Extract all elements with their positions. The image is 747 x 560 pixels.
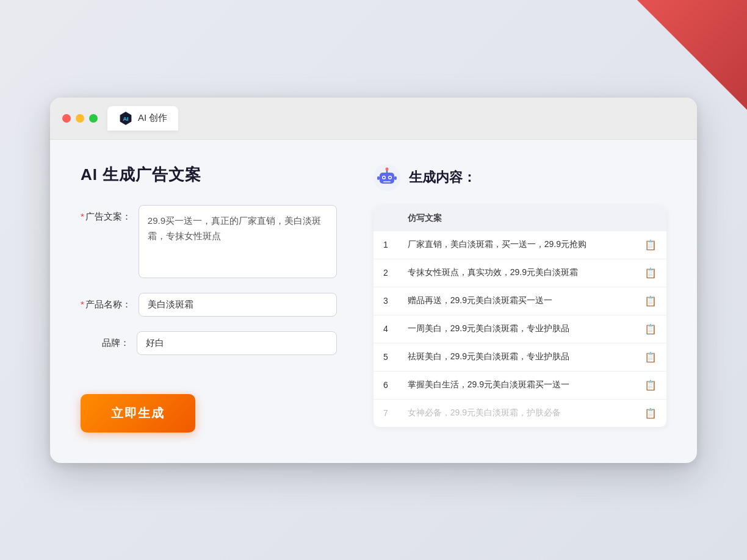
- copy-cell: 📋: [635, 371, 666, 399]
- right-header-title: 生成内容：: [409, 168, 476, 187]
- row-text: 女神必备，29.9元美白淡斑霜，护肤必备: [398, 399, 635, 427]
- copy-cell: 📋: [635, 259, 666, 287]
- table-row: 4一周美白，29.9元美白淡斑霜，专业护肤品📋: [374, 315, 666, 343]
- row-text: 掌握美白生活，29.9元美白淡斑霜买一送一: [398, 371, 635, 399]
- copy-cell: 📋: [635, 343, 666, 371]
- close-button[interactable]: [62, 114, 71, 123]
- table-row: 5祛斑美白，29.9元美白淡斑霜，专业护肤品📋: [374, 343, 666, 371]
- table-header-row: 仿写文案: [374, 206, 666, 231]
- row-number: 1: [374, 231, 398, 259]
- browser-window: AI AI 创作 AI 生成广告文案 *广告文案： 29.9买一送一，真正的厂家…: [50, 98, 697, 463]
- brand-row: 品牌：: [81, 331, 337, 355]
- right-header: 生成内容：: [374, 164, 666, 191]
- ad-copy-textarea[interactable]: 29.9买一送一，真正的厂家直销，美白淡斑霜，专抹女性斑点: [139, 205, 337, 278]
- table-row: 3赠品再送，29.9元美白淡斑霜买一送一📋: [374, 287, 666, 315]
- copy-button[interactable]: 📋: [644, 351, 657, 363]
- row-number: 6: [374, 371, 398, 399]
- ai-tab[interactable]: AI AI 创作: [107, 106, 178, 131]
- row-text: 厂家直销，美白淡斑霜，买一送一，29.9元抢购: [398, 231, 635, 259]
- svg-rect-12: [394, 176, 397, 180]
- col-copy: 仿写文案: [398, 206, 635, 231]
- right-panel: 生成内容： 仿写文案 1厂家直销，美白淡斑霜，买一送一，29.9元抢购📋2专抹女…: [374, 164, 666, 433]
- page-title: AI 生成广告文案: [81, 164, 337, 185]
- required-star-product: *: [81, 299, 84, 309]
- row-number: 7: [374, 399, 398, 427]
- brand-label: 品牌：: [81, 331, 129, 349]
- row-number: 4: [374, 315, 398, 343]
- ai-tab-icon: AI: [118, 111, 133, 126]
- row-text: 一周美白，29.9元美白淡斑霜，专业护肤品: [398, 315, 635, 343]
- brand-input[interactable]: [137, 331, 337, 355]
- maximize-button[interactable]: [89, 114, 98, 123]
- product-name-row: *产品名称：: [81, 293, 337, 317]
- svg-point-6: [383, 176, 385, 178]
- table-row: 6掌握美白生活，29.9元美白淡斑霜买一送一📋: [374, 371, 666, 399]
- copy-button[interactable]: 📋: [644, 267, 657, 279]
- row-number: 5: [374, 343, 398, 371]
- svg-text:AI: AI: [123, 115, 129, 121]
- product-name-input[interactable]: [139, 293, 337, 317]
- svg-rect-11: [377, 176, 380, 180]
- table-row: 1厂家直销，美白淡斑霜，买一送一，29.9元抢购📋: [374, 231, 666, 259]
- copy-button[interactable]: 📋: [644, 407, 657, 419]
- svg-point-7: [389, 176, 391, 178]
- col-num: [374, 206, 398, 231]
- svg-rect-8: [383, 181, 391, 182]
- row-text: 专抹女性斑点，真实功效，29.9元美白淡斑霜: [398, 259, 635, 287]
- row-text: 祛斑美白，29.9元美白淡斑霜，专业护肤品: [398, 343, 635, 371]
- ad-copy-row: *广告文案： 29.9买一送一，真正的厂家直销，美白淡斑霜，专抹女性斑点: [81, 205, 337, 278]
- copy-cell: 📋: [635, 399, 666, 427]
- copy-cell: 📋: [635, 231, 666, 259]
- product-name-label: *产品名称：: [81, 293, 131, 311]
- copy-button[interactable]: 📋: [644, 295, 657, 307]
- traffic-lights: [62, 114, 98, 123]
- required-star-ad: *: [81, 211, 84, 221]
- results-table: 仿写文案 1厂家直销，美白淡斑霜，买一送一，29.9元抢购📋2专抹女性斑点，真实…: [374, 206, 666, 427]
- copy-button[interactable]: 📋: [644, 379, 657, 391]
- main-content: AI 生成广告文案 *广告文案： 29.9买一送一，真正的厂家直销，美白淡斑霜，…: [50, 140, 697, 463]
- col-action: [635, 206, 666, 231]
- generate-button[interactable]: 立即生成: [81, 394, 195, 433]
- robot-icon: [374, 164, 400, 191]
- copy-button[interactable]: 📋: [644, 323, 657, 335]
- row-number: 2: [374, 259, 398, 287]
- deco-triangle: [637, 0, 747, 110]
- title-bar: AI AI 创作: [50, 98, 697, 140]
- minimize-button[interactable]: [76, 114, 84, 123]
- ai-tab-label: AI 创作: [138, 112, 167, 124]
- table-row: 7女神必备，29.9元美白淡斑霜，护肤必备📋: [374, 399, 666, 427]
- copy-button[interactable]: 📋: [644, 239, 657, 251]
- copy-cell: 📋: [635, 315, 666, 343]
- copy-cell: 📋: [635, 287, 666, 315]
- table-row: 2专抹女性斑点，真实功效，29.9元美白淡斑霜📋: [374, 259, 666, 287]
- row-text: 赠品再送，29.9元美白淡斑霜买一送一: [398, 287, 635, 315]
- svg-point-10: [386, 167, 389, 170]
- left-panel: AI 生成广告文案 *广告文案： 29.9买一送一，真正的厂家直销，美白淡斑霜，…: [81, 164, 337, 433]
- ad-copy-label: *广告文案：: [81, 205, 131, 223]
- row-number: 3: [374, 287, 398, 315]
